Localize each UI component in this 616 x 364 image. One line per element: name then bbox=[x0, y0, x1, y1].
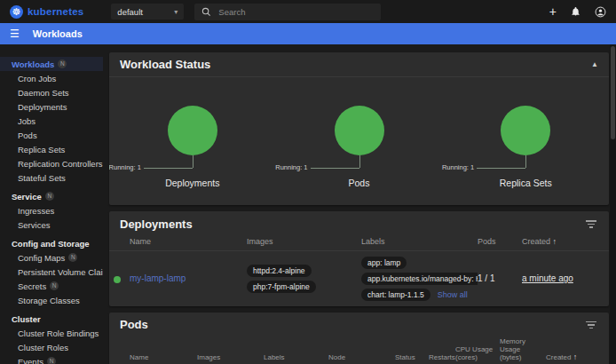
sidebar-item-secrets[interactable]: SecretsN bbox=[0, 279, 103, 293]
sort-ascending-icon: ↑ bbox=[553, 237, 557, 246]
sidebar-item-persistent-volume-claims[interactable]: Persistent Volume ClaimsN bbox=[0, 265, 103, 279]
notifications-bell-icon[interactable] bbox=[571, 6, 580, 17]
col-header-name[interactable]: Name bbox=[130, 237, 247, 246]
chart-label: Pods bbox=[276, 178, 443, 188]
sidebar-item-pods[interactable]: Pods bbox=[0, 128, 103, 142]
pods-card: Pods Name Images Labels Node Status Rest… bbox=[109, 313, 609, 364]
deployment-name-link[interactable]: my-lamp-lamp bbox=[130, 273, 186, 283]
filter-icon[interactable] bbox=[584, 318, 598, 333]
sidebar-item-cluster-roles[interactable]: Cluster Roles bbox=[0, 340, 103, 354]
pie-annotation: Running: 1 bbox=[442, 163, 474, 171]
sidebar-item-replica-sets[interactable]: Replica Sets bbox=[0, 142, 103, 156]
deployment-images: httpd:2.4-alpinephp:7-fpm-alpine bbox=[247, 265, 361, 293]
col-header-cpu[interactable]: CPU Usage (cores) bbox=[455, 345, 500, 361]
filter-icon[interactable] bbox=[584, 217, 598, 232]
scrollbar-thumb[interactable] bbox=[611, 46, 615, 139]
sidebar-item-label: Replication Controllers bbox=[18, 159, 103, 169]
deployments-card: Deployments Name Images Labels Pods Crea… bbox=[109, 211, 609, 306]
col-header-created[interactable]: Created ↑ bbox=[522, 237, 609, 246]
sidebar-item-label: Daemon Sets bbox=[18, 88, 69, 98]
sidebar-item-label: Cluster bbox=[12, 314, 41, 324]
pie-annotation: Running: 1 bbox=[109, 163, 141, 171]
sidebar-item-deployments[interactable]: Deployments bbox=[0, 99, 103, 114]
namespaced-badge-icon: N bbox=[45, 192, 54, 201]
sidebar-item-label: Cluster Role Bindings bbox=[18, 328, 99, 338]
label-chip: app: lamp bbox=[361, 257, 407, 269]
workload-status-card: Workload Status ▲ Running: 1 Deployments… bbox=[109, 52, 609, 205]
workload-status-charts: Running: 1 Deployments Running: 1 Pods R… bbox=[109, 77, 609, 202]
deployments-table-header: Name Images Labels Pods Created ↑ bbox=[109, 233, 609, 250]
label-chip: php:7-fpm-alpine bbox=[247, 281, 316, 293]
label-chip: app.kubernetes.io/managed-by: Helm bbox=[361, 273, 478, 285]
collapse-card-icon[interactable]: ▲ bbox=[591, 60, 598, 68]
sidebar-item-replication-controllers[interactable]: Replication Controllers bbox=[0, 156, 103, 170]
sidebar-item-label: Pods bbox=[18, 131, 37, 140]
sidebar-item-label: Events bbox=[18, 357, 43, 364]
col-header-images[interactable]: Images bbox=[197, 353, 264, 361]
sidebar-nav: WorkloadsNCron JobsDaemon SetsDeployment… bbox=[0, 44, 103, 364]
deployment-row[interactable]: my-lamp-lamp httpd:2.4-alpinephp:7-fpm-a… bbox=[109, 250, 609, 306]
label-chip: chart: lamp-1.1.5 bbox=[361, 289, 430, 301]
col-header-status[interactable]: Status bbox=[395, 353, 429, 361]
sort-ascending-icon: ↑ bbox=[573, 352, 578, 361]
deployment-pods-count: 1 / 1 bbox=[478, 273, 522, 283]
sidebar-item-events[interactable]: EventsN bbox=[0, 354, 103, 364]
col-header-pods[interactable]: Pods bbox=[478, 237, 522, 246]
sidebar-item-jobs[interactable]: Jobs bbox=[0, 114, 103, 128]
sidebar-item-label: Secrets bbox=[18, 281, 46, 291]
chart-label: Deployments bbox=[109, 178, 276, 188]
namespace-selector[interactable]: default ▾ bbox=[111, 4, 184, 20]
col-header-memory[interactable]: Memory Usage (bytes) bbox=[500, 337, 546, 361]
sidebar-item-daemon-sets[interactable]: Daemon Sets bbox=[0, 85, 103, 99]
namespaced-badge-icon: N bbox=[68, 253, 77, 262]
sidebar-item-cluster-role-bindings[interactable]: Cluster Role Bindings bbox=[0, 326, 103, 340]
col-header-labels[interactable]: Labels bbox=[264, 353, 328, 361]
create-resource-button[interactable]: + bbox=[549, 5, 557, 18]
sidebar-item-label: Jobs bbox=[18, 116, 36, 126]
pie-annotation: Running: 1 bbox=[275, 163, 307, 171]
page-title: Workloads bbox=[33, 28, 83, 39]
sidebar-item-workloads[interactable]: WorkloadsN bbox=[0, 57, 103, 71]
namespace-selector-value: default bbox=[117, 7, 143, 17]
col-header-node[interactable]: Node bbox=[328, 353, 395, 361]
col-header-name[interactable]: Name bbox=[130, 353, 197, 361]
user-profile-icon[interactable] bbox=[595, 6, 606, 18]
sidebar-item-cron-jobs[interactable]: Cron Jobs bbox=[0, 71, 103, 85]
topbar-actions: + bbox=[549, 5, 606, 18]
deployment-labels: app: lampapp.kubernetes.io/managed-by: H… bbox=[361, 257, 478, 301]
sidebar-item-label: Storage Classes bbox=[18, 296, 80, 305]
sidebar-item-label: Cron Jobs bbox=[18, 74, 56, 83]
sidebar-item-ingresses[interactable]: Ingresses bbox=[0, 203, 103, 218]
sidebar-item-storage-classes[interactable]: Storage Classes bbox=[0, 293, 103, 307]
vertical-scrollbar[interactable] bbox=[610, 44, 616, 364]
menu-hamburger-icon[interactable]: ☰ bbox=[10, 28, 20, 40]
col-header-restarts[interactable]: Restarts bbox=[429, 353, 455, 361]
pie-running-segment bbox=[168, 106, 217, 155]
sidebar-item-label: Config Maps bbox=[18, 253, 65, 263]
pods-table-header: Name Images Labels Node Status Restarts … bbox=[109, 334, 609, 364]
workload-status-title: Workload Status bbox=[120, 58, 210, 71]
sidebar-item-config-maps[interactable]: Config MapsN bbox=[0, 250, 103, 265]
show-all-labels-link[interactable]: Show all bbox=[438, 290, 468, 299]
deployment-created: a minute ago bbox=[522, 273, 573, 283]
col-header-created[interactable]: Created ↑ bbox=[546, 352, 609, 361]
pie-running-segment bbox=[335, 106, 384, 155]
sidebar-item-services[interactable]: Services bbox=[0, 218, 103, 232]
col-header-labels[interactable]: Labels bbox=[361, 237, 478, 246]
deployment-label-line: chart: lamp-1.1.5 Show all bbox=[361, 289, 468, 301]
sidebar-item-service[interactable]: ServiceN bbox=[0, 189, 103, 203]
sidebar-item-label: Ingresses bbox=[18, 206, 54, 216]
sidebar-item-label: Stateful Sets bbox=[18, 173, 66, 183]
sidebar-item-label: Config and Storage bbox=[12, 239, 90, 249]
sidebar-item-config-and-storage[interactable]: Config and Storage bbox=[0, 236, 103, 250]
sidebar-item-stateful-sets[interactable]: Stateful Sets bbox=[0, 170, 103, 185]
top-bar: ☸ kubernetes default ▾ + bbox=[0, 0, 616, 23]
status-ok-dot bbox=[114, 276, 121, 283]
search-input[interactable] bbox=[218, 7, 374, 17]
sidebar-item-label: Persistent Volume Claims bbox=[18, 267, 103, 277]
deployments-title: Deployments bbox=[120, 218, 193, 231]
col-header-images[interactable]: Images bbox=[247, 237, 361, 246]
search-box[interactable] bbox=[194, 4, 381, 20]
sidebar-item-label: Service bbox=[12, 192, 42, 202]
sidebar-item-cluster[interactable]: Cluster bbox=[0, 312, 103, 326]
